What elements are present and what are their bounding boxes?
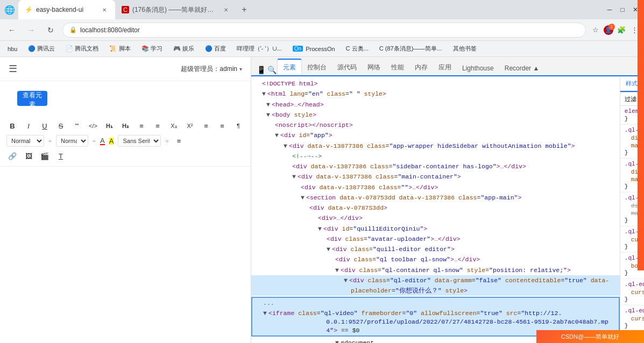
- html-line-div-class[interactable]: <div data-v-13877386 class="">…</div>: [251, 182, 620, 192]
- align-justify-button[interactable]: ≡: [173, 135, 185, 147]
- tab2-close[interactable]: ✕: [222, 5, 230, 14]
- bold-button[interactable]: B: [6, 120, 18, 132]
- html-line-sidebar[interactable]: <div data-v-13877386 class="sidebar-cont…: [251, 161, 620, 172]
- format-select[interactable]: Normal: [6, 135, 44, 147]
- html-line-body[interactable]: ▼<body style>: [251, 110, 620, 120]
- bookmark-star-icon[interactable]: ☆: [590, 25, 601, 35]
- html-line-main-container[interactable]: ▼<div data-v-13877386 class="main-contai…: [251, 172, 620, 182]
- styles-panel-accent: [638, 76, 644, 270]
- tab-application[interactable]: 应用: [433, 60, 457, 75]
- html-line-appwrapper[interactable]: ▼<div data-v-13877386 class="app-wrapper…: [251, 141, 620, 151]
- bookmark-processon-label: ProcessOn: [306, 46, 335, 52]
- size-select[interactable]: Normal: [56, 135, 88, 147]
- bookmark-mie[interactable]: 咩理理（'- '）∪...: [233, 44, 285, 54]
- bookmark-processon[interactable]: OnProcessOn: [289, 45, 338, 53]
- image-button[interactable]: 🖼: [23, 150, 34, 162]
- tab-csdn[interactable]: C (176条消息) ——简单就好的博客 ✕: [115, 0, 237, 19]
- extensions-icon[interactable]: 🧩: [616, 25, 627, 35]
- bookmark-87-label: C (87条消息)——简单...: [379, 45, 442, 53]
- bookmark-doc[interactable]: 📄 腾讯文档: [62, 44, 102, 54]
- html-line-avatar[interactable]: <div class="avatar-uploader">…</div>: [251, 234, 620, 244]
- bookmark-hbu[interactable]: hbu: [4, 45, 20, 53]
- bookmark-baidu[interactable]: 🔵 百度: [202, 44, 229, 54]
- check-element-button[interactable]: 查看元素: [17, 91, 47, 106]
- back-button[interactable]: ←: [4, 23, 19, 38]
- bookmarks-bar: hbu 🔵 腾讯云 📄 腾讯文档 📜 脚本 📚 学习 🎮 娱乐 🔵 百度 咩理理…: [0, 41, 644, 57]
- font-color-button[interactable]: A: [100, 137, 105, 145]
- h2-button[interactable]: H₂: [119, 120, 131, 132]
- font-color-area: A: [100, 137, 105, 145]
- tab-memory[interactable]: 内存: [409, 60, 433, 75]
- tab-console[interactable]: 控制台: [302, 60, 332, 75]
- bookmark-tengxunyun[interactable]: 🔵 腾讯云: [25, 44, 58, 54]
- tab-lighthouse[interactable]: Lighthouse: [457, 61, 499, 75]
- unordered-list-button[interactable]: ≡: [152, 120, 164, 132]
- admin-dropdown-icon[interactable]: ▾: [239, 66, 242, 72]
- devtools-cursor-icon[interactable]: 🔍: [266, 65, 277, 75]
- html-line-div-empty[interactable]: <div>…</div>: [251, 213, 620, 223]
- filter-icon: 过滤: [625, 95, 636, 103]
- maximize-button[interactable]: □: [618, 5, 627, 14]
- html-line-quill-editor-div[interactable]: ▼<div id="quill1EditorQiniu">: [251, 224, 620, 234]
- html-line-head[interactable]: ▼<head>…</head>: [251, 99, 620, 110]
- hamburger-menu-icon[interactable]: ☰: [9, 63, 17, 75]
- reload-button[interactable]: ↻: [43, 23, 58, 38]
- html-line-noscript[interactable]: <noscript></noscript>: [251, 120, 620, 130]
- tab-sources[interactable]: 源代码: [332, 60, 362, 75]
- style-close-brace-3: }: [625, 217, 628, 224]
- html-line-div-app[interactable]: ▼<div id="app">: [251, 130, 620, 140]
- ordered-list-button[interactable]: ≡: [136, 120, 147, 132]
- html-line-comment[interactable]: <!--→-->: [251, 151, 620, 161]
- html-line-div-078753[interactable]: <div data-v-0787S3dd>: [251, 203, 620, 213]
- style-selector-row-7: .ql-editor > * { <style>: [625, 308, 644, 315]
- align-right-button[interactable]: ≡: [216, 120, 228, 132]
- link-button[interactable]: 🔗: [6, 150, 18, 162]
- tab1-close[interactable]: ✕: [100, 5, 109, 14]
- bookmark-xuexi[interactable]: 📚 学习: [138, 44, 166, 54]
- html-line-ellipsis[interactable]: ...: [252, 298, 619, 308]
- html-line-doctype[interactable]: <!DOCTYPE html>: [251, 78, 620, 89]
- h1-button[interactable]: H₁: [103, 120, 115, 132]
- blockquote-button[interactable]: "': [71, 120, 83, 132]
- bookmark-jiaoben[interactable]: 📜 脚本: [106, 44, 133, 54]
- html-line-ql-toolbar[interactable]: <div class="ql toolbar ql-snow">…</div>: [251, 254, 620, 265]
- html-line-quill-editor[interactable]: ▼<div class="quill-editor editor">: [251, 244, 620, 254]
- tab-network[interactable]: 网络: [362, 60, 386, 75]
- bookmark-more[interactable]: 其他书签: [450, 44, 480, 54]
- tab-performance[interactable]: 性能: [386, 60, 409, 75]
- html-line-html[interactable]: ▼<html lang="en" class=" " style>: [251, 89, 620, 99]
- url-bar[interactable]: 🔒 localhost:8080/editor: [62, 23, 586, 38]
- html-line-ql-editor-cont[interactable]: placeholder="你想说什么？" style>: [251, 285, 620, 296]
- underline-button[interactable]: U: [39, 120, 51, 132]
- code-button[interactable]: </>: [87, 120, 99, 132]
- bookmark-jiaoben-label: 📜 脚本: [109, 45, 130, 53]
- profile-icon[interactable]: 👤 1: [603, 25, 614, 35]
- style-selector-7: .ql-editor > * {: [625, 308, 644, 314]
- video-button[interactable]: 🎬: [39, 150, 51, 162]
- tab-recorder[interactable]: Recorder ▲: [499, 61, 545, 75]
- align-left-button[interactable]: ≡: [200, 120, 212, 132]
- forward-button[interactable]: →: [24, 23, 39, 38]
- strikethrough-button[interactable]: S: [55, 120, 67, 132]
- clear-format-button[interactable]: T: [55, 150, 67, 162]
- bookmark-yunaao[interactable]: C 云奥...: [343, 44, 372, 54]
- bookmark-yule[interactable]: 🎮 娱乐: [170, 44, 197, 54]
- minimize-button[interactable]: ─: [605, 5, 614, 14]
- bg-color-button[interactable]: A: [109, 138, 114, 145]
- html-line-ql-editor[interactable]: ▼<div class="ql-editor" data-gramm="fals…: [251, 275, 620, 285]
- indent-button[interactable]: ¶: [232, 120, 244, 132]
- devtools-inspect-icon[interactable]: 📱: [256, 65, 266, 75]
- html-line-ql-container[interactable]: ▼<div class="ql-container ql-snow" style…: [251, 265, 620, 275]
- italic-button[interactable]: I: [23, 120, 34, 132]
- editor-content[interactable]: [0, 167, 251, 343]
- bookmark-baidu-label: 🔵 百度: [205, 45, 226, 53]
- subscript-button[interactable]: X₂: [168, 120, 180, 132]
- bookmark-87[interactable]: C (87条消息)——简单...: [376, 44, 445, 54]
- font-family-select[interactable]: Sans Serif: [118, 135, 161, 147]
- new-tab-button[interactable]: +: [237, 2, 252, 17]
- bookmark-more-label: 其他书签: [453, 45, 477, 53]
- html-line-section[interactable]: ▼<section data-v-078753dd data-v-1387738…: [251, 192, 620, 203]
- tab-elements[interactable]: 元素: [277, 59, 302, 75]
- superscript-button[interactable]: X²: [184, 120, 196, 132]
- tab-easy-backend[interactable]: ⚡ easy-backend-ui ✕: [18, 0, 115, 19]
